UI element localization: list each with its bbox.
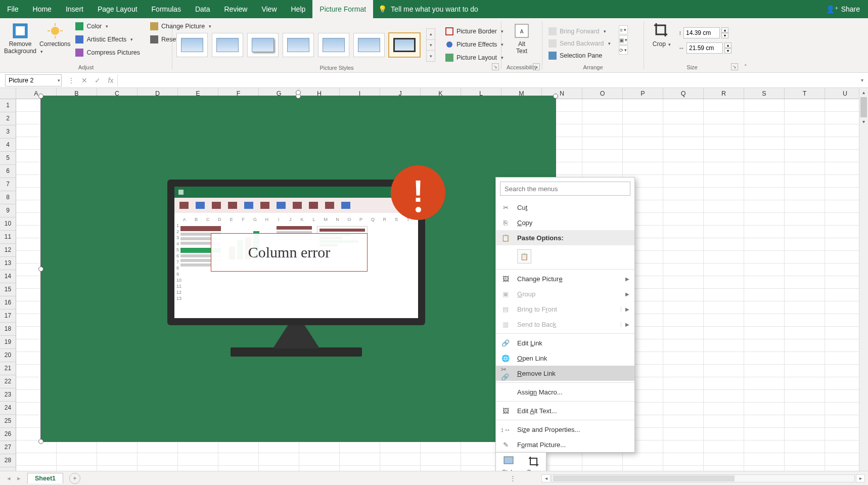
ctx-cut[interactable]: ✂Cut <box>496 200 634 215</box>
row-header-24[interactable]: 24 <box>0 402 16 415</box>
resize-handle-sw[interactable] <box>38 439 43 444</box>
style-thumb-3[interactable] <box>247 33 279 57</box>
row-header-12[interactable]: 12 <box>0 244 16 257</box>
resize-handle-nw[interactable] <box>38 94 43 99</box>
formula-input[interactable] <box>117 74 856 86</box>
picture-layout-button[interactable]: Picture Layout▾ <box>443 52 506 64</box>
ctx-open-link[interactable]: 🌐Open Link <box>496 350 634 366</box>
tab-formulas[interactable]: Formulas <box>145 0 188 18</box>
row-header-1[interactable]: 1 <box>0 99 16 112</box>
vertical-scrollbar[interactable]: ▴▾ <box>859 88 868 471</box>
color-button[interactable]: Color▾ <box>73 20 142 32</box>
row-header-2[interactable]: 2 <box>0 112 16 125</box>
picture-border-button[interactable]: Picture Border▾ <box>443 25 506 37</box>
formula-dropdown[interactable]: ⋮ <box>65 74 78 87</box>
tab-help[interactable]: Help <box>284 0 313 18</box>
height-spin-up[interactable]: ▴ <box>721 27 728 33</box>
resize-handle-w[interactable] <box>38 267 43 272</box>
col-header-T[interactable]: T <box>785 88 825 99</box>
style-thumb-5[interactable] <box>318 33 349 57</box>
height-input[interactable] <box>683 27 720 38</box>
col-header-O[interactable]: O <box>582 88 623 99</box>
row-header-9[interactable]: 9 <box>0 204 16 217</box>
row-headers[interactable]: 1234567891011121314151617181920212223242… <box>0 99 16 471</box>
style-thumb-2[interactable] <box>212 33 243 57</box>
style-thumb-1[interactable] <box>176 33 208 57</box>
style-thumb-6[interactable] <box>353 33 385 57</box>
corrections-button[interactable]: Corrections ▾ <box>39 20 70 55</box>
context-menu-search[interactable] <box>500 182 630 196</box>
tab-home[interactable]: Home <box>26 0 59 18</box>
row-header-23[interactable]: 23 <box>0 388 16 402</box>
tab-data[interactable]: Data <box>188 0 217 18</box>
row-header-22[interactable]: 22 <box>0 375 16 388</box>
row-header-5[interactable]: 5 <box>0 152 16 165</box>
row-header-15[interactable]: 15 <box>0 283 16 296</box>
row-header-3[interactable]: 3 <box>0 125 16 139</box>
row-header-19[interactable]: 19 <box>0 336 16 349</box>
inserted-picture[interactable]: ABCDEFGHIJKLMNOPQRST 12345678910111213 <box>40 96 556 442</box>
collapse-ribbon[interactable]: ˄ <box>740 18 751 72</box>
col-header-Q[interactable]: Q <box>663 88 704 99</box>
row-header-17[interactable]: 17 <box>0 310 16 323</box>
crop-button[interactable]: Crop ▾ <box>648 20 675 48</box>
height-field[interactable]: ↕ ▴▾ <box>678 27 732 38</box>
align-button[interactable]: ≡▾ <box>619 25 628 34</box>
share-button[interactable]: 👤⁺ Share <box>818 5 868 13</box>
picture-effects-button[interactable]: Picture Effects▾ <box>443 38 506 51</box>
enter-formula-button[interactable]: ✓ <box>91 74 104 87</box>
tab-page-layout[interactable]: Page Layout <box>90 0 145 18</box>
row-header-16[interactable]: 16 <box>0 296 16 310</box>
sheet-tab-1[interactable]: Sheet1 <box>27 473 63 483</box>
remove-background-button[interactable]: Remove Background <box>4 20 36 55</box>
height-spin-down[interactable]: ▾ <box>721 33 728 38</box>
ctx-remove-link[interactable]: ✂🔗Remove Link <box>496 366 634 381</box>
horizontal-scrollbar[interactable]: ◂▸ <box>541 474 865 482</box>
ctx-copy[interactable]: ⎘Copy <box>496 215 634 230</box>
col-header-S[interactable]: S <box>744 88 785 99</box>
artistic-effects-button[interactable]: Artistic Effects▾ <box>73 33 142 46</box>
accessibility-dialog-launcher[interactable]: ↘ <box>533 63 540 70</box>
tab-insert[interactable]: Insert <box>59 0 90 18</box>
rotate-button[interactable]: ⟳▾ <box>619 46 628 55</box>
tell-me[interactable]: 💡 Tell me what you want to do <box>378 5 478 13</box>
row-header-6[interactable]: 6 <box>0 165 16 178</box>
ctx-change-picture[interactable]: 🖼Change Picture▶ <box>496 271 634 286</box>
paste-option-default[interactable]: 📋 <box>517 249 531 263</box>
add-sheet-button[interactable]: + <box>69 473 80 484</box>
ctx-format-picture[interactable]: ✎Format Picture... <box>496 437 634 452</box>
gallery-scroll[interactable]: ▴▾▾ <box>426 28 435 62</box>
selection-pane-button[interactable]: Selection Pane <box>546 50 613 62</box>
group-objects-button[interactable]: ▣▾ <box>619 35 628 45</box>
tab-view[interactable]: View <box>254 0 284 18</box>
ctx-edit-link[interactable]: 🔗Edit Link <box>496 335 634 350</box>
expand-formula-bar[interactable]: ▾ <box>856 77 868 83</box>
ctx-edit-alt-text[interactable]: 🖼Edit Alt Text... <box>496 403 634 418</box>
row-header-25[interactable]: 25 <box>0 415 16 428</box>
send-backward-button[interactable]: Send Backward▾ <box>546 37 613 50</box>
row-header-18[interactable]: 18 <box>0 323 16 336</box>
style-thumb-4[interactable] <box>283 33 314 57</box>
col-header-P[interactable]: P <box>623 88 663 99</box>
row-header-26[interactable]: 26 <box>0 428 16 441</box>
style-thumb-7[interactable] <box>389 33 420 57</box>
row-header-14[interactable]: 14 <box>0 270 16 283</box>
bring-forward-button[interactable]: Bring Forward▾ <box>546 25 613 37</box>
sheet-nav[interactable]: ◂▸ <box>0 474 27 482</box>
col-header-R[interactable]: R <box>704 88 744 99</box>
ctx-assign-macro[interactable]: Assign Macro... <box>496 384 634 400</box>
row-header-8[interactable]: 8 <box>0 191 16 204</box>
width-input[interactable] <box>687 42 723 54</box>
compress-pictures-button[interactable]: Compress Pictures <box>73 47 142 59</box>
fx-button[interactable]: fx <box>104 74 117 87</box>
row-header-7[interactable]: 7 <box>0 178 16 191</box>
size-dialog-launcher[interactable]: ↘ <box>731 63 738 70</box>
width-spin-down[interactable]: ▾ <box>724 48 732 54</box>
rotate-handle[interactable] <box>296 90 301 95</box>
row-header-10[interactable]: 10 <box>0 217 16 231</box>
ctx-size-properties[interactable]: ↕↔Size and Properties... <box>496 422 634 437</box>
width-spin-up[interactable]: ▴ <box>724 42 732 48</box>
alt-text-button[interactable]: A Alt Text <box>506 20 538 55</box>
row-header-28[interactable]: 28 <box>0 454 16 467</box>
width-field[interactable]: ↔ ▴▾ <box>678 42 732 54</box>
